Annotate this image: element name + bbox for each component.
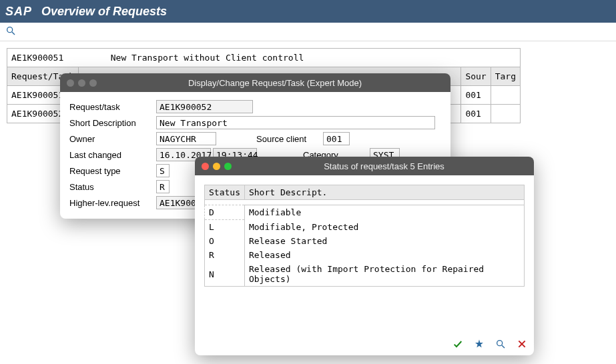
cell-target xyxy=(491,105,520,123)
col-status: Status xyxy=(205,185,245,200)
field-status[interactable]: R xyxy=(156,180,170,193)
col-short-desc: Short Descript. xyxy=(244,185,524,200)
status-desc: Released xyxy=(244,248,524,262)
label-short-desc: Short Description xyxy=(69,118,156,128)
info-request-desc: New Transport without Client controll xyxy=(111,53,304,63)
svg-point-3 xyxy=(497,341,503,346)
field-short-desc[interactable]: New Transport xyxy=(156,116,435,129)
svg-line-4 xyxy=(502,345,505,348)
field-owner[interactable]: NAGYCHR xyxy=(156,132,216,145)
status-row[interactable]: D Modifiable xyxy=(205,205,525,220)
col-target: Targ xyxy=(491,67,520,86)
dialog-titlebar[interactable]: Status of request/task 5 Entries xyxy=(195,157,534,175)
cancel-icon[interactable] xyxy=(517,339,527,351)
label-source-client: Source client xyxy=(256,134,323,144)
status-code: L xyxy=(205,220,245,235)
status-desc: Modifiable xyxy=(244,205,524,220)
label-request-type: Request type xyxy=(69,166,156,176)
field-source-client[interactable]: 001 xyxy=(323,132,350,145)
info-request-id: AE1K900051 xyxy=(11,53,63,63)
field-request-task: AE1K900052 xyxy=(156,100,253,113)
label-last-changed: Last changed xyxy=(69,150,156,160)
status-row[interactable]: O Release Started xyxy=(205,234,525,248)
svg-line-1 xyxy=(12,32,15,35)
svg-marker-2 xyxy=(475,339,483,347)
window-controls xyxy=(202,163,232,170)
search-icon[interactable] xyxy=(5,25,16,38)
cell-target xyxy=(491,86,520,105)
maximize-icon[interactable] xyxy=(224,163,232,170)
confirm-icon[interactable] xyxy=(452,339,463,351)
label-owner: Owner xyxy=(69,134,156,144)
spacer-row xyxy=(205,200,525,205)
cell-source: 001 xyxy=(461,86,491,105)
svg-point-0 xyxy=(7,27,13,33)
dialog-body: Status Short Descript. D Modifiable L Mo… xyxy=(195,175,534,313)
label-higher-level: Higher-lev.request xyxy=(69,198,156,208)
window-controls xyxy=(67,79,97,87)
close-icon[interactable] xyxy=(202,163,209,170)
field-request-type[interactable]: S xyxy=(156,164,170,177)
minimize-icon[interactable] xyxy=(78,79,85,87)
dialog-status-list: Status of request/task 5 Entries Status … xyxy=(195,157,534,355)
status-row[interactable]: N Released (with Import Protection for R… xyxy=(205,262,525,287)
app-header: SAP Overview of Requests xyxy=(0,0,616,23)
status-code: R xyxy=(205,248,245,262)
status-code: N xyxy=(205,262,245,287)
status-row[interactable]: R Released xyxy=(205,248,525,262)
sap-logo: SAP xyxy=(5,5,32,19)
status-code: O xyxy=(205,234,245,248)
label-status: Status xyxy=(69,182,156,192)
info-row: AE1K900051 New Transport without Client … xyxy=(7,49,521,67)
status-code: D xyxy=(205,205,245,220)
status-table: Status Short Descript. D Modifiable L Mo… xyxy=(204,185,525,287)
page-title: Overview of Requests xyxy=(41,5,167,19)
col-source: Sour xyxy=(461,67,491,86)
dialog-title: Display/Change Request/Task (Expert Mode… xyxy=(106,78,444,88)
status-desc: Release Started xyxy=(244,234,524,248)
dialog-title: Status of request/task 5 Entries xyxy=(241,161,527,171)
favorite-icon[interactable] xyxy=(474,339,485,351)
status-desc: Modifiable, Protected xyxy=(244,220,524,235)
status-desc: Released (with Import Protection for Rep… xyxy=(244,262,524,287)
minimize-icon[interactable] xyxy=(213,163,220,170)
close-icon[interactable] xyxy=(67,79,74,87)
dialog-titlebar[interactable]: Display/Change Request/Task (Expert Mode… xyxy=(60,73,450,92)
maximize-icon[interactable] xyxy=(89,79,97,87)
status-row[interactable]: L Modifiable, Protected xyxy=(205,220,525,235)
toolbar xyxy=(0,23,616,41)
search-icon[interactable] xyxy=(495,339,506,351)
cell-source: 001 xyxy=(461,105,491,123)
dialog-footer xyxy=(452,339,527,351)
label-request-task: Request/task xyxy=(69,102,156,112)
status-header-row: Status Short Descript. xyxy=(205,185,525,200)
